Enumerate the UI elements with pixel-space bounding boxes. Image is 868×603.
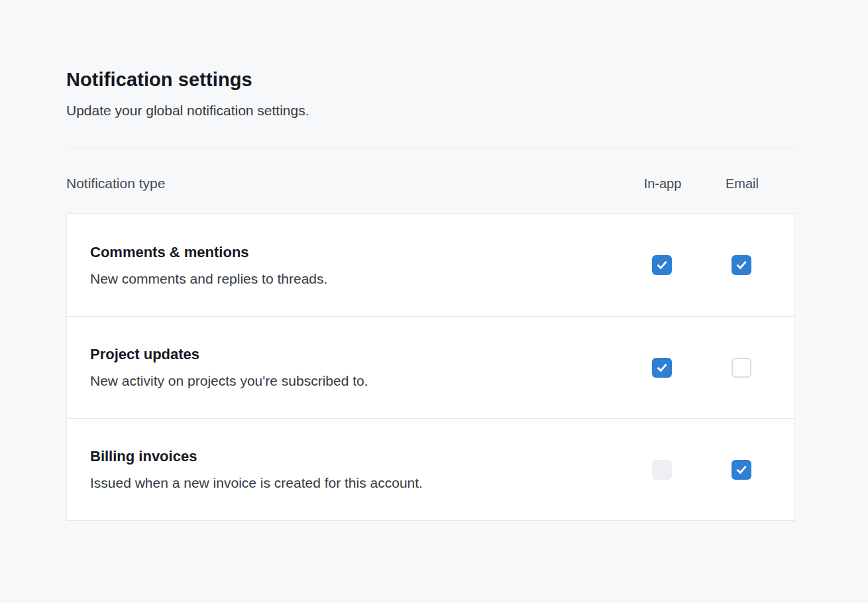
row-title: Billing invoices bbox=[90, 448, 622, 465]
row-checkbox-columns bbox=[622, 358, 781, 378]
checkmark-icon bbox=[655, 258, 669, 272]
page-title: Notification settings bbox=[66, 69, 795, 91]
row-text: Comments & mentions New comments and rep… bbox=[90, 244, 622, 287]
checkbox-in-app[interactable] bbox=[652, 358, 672, 378]
table-header: Notification type In-app Email bbox=[66, 176, 795, 192]
notification-row: Comments & mentions New comments and rep… bbox=[67, 214, 794, 316]
row-description: New activity on projects you're subscrib… bbox=[90, 373, 622, 389]
notification-rows: Comments & mentions New comments and rep… bbox=[66, 213, 795, 521]
row-title: Comments & mentions bbox=[90, 244, 622, 261]
column-headers: In-app Email bbox=[623, 176, 782, 192]
checkbox-in-app[interactable] bbox=[652, 255, 672, 275]
section-divider bbox=[66, 148, 795, 148]
checkbox-email[interactable] bbox=[732, 255, 751, 275]
notification-row: Billing invoices Issued when a new invoi… bbox=[67, 418, 794, 520]
row-description: New comments and replies to threads. bbox=[90, 271, 622, 287]
checkbox-email[interactable] bbox=[732, 460, 751, 480]
notification-settings-page: Notification settings Update your global… bbox=[66, 0, 795, 521]
checkbox-email[interactable] bbox=[732, 358, 751, 378]
checkmark-icon bbox=[655, 361, 669, 374]
row-text: Billing invoices Issued when a new invoi… bbox=[90, 448, 622, 491]
column-header-in-app: In-app bbox=[623, 176, 702, 192]
row-text: Project updates New activity on projects… bbox=[90, 346, 622, 389]
notification-row: Project updates New activity on projects… bbox=[67, 316, 794, 418]
row-title: Project updates bbox=[90, 346, 622, 363]
checkbox-in-app bbox=[652, 460, 672, 480]
column-header-email: Email bbox=[702, 176, 782, 192]
checkmark-icon bbox=[735, 258, 748, 272]
row-checkbox-columns bbox=[622, 460, 781, 480]
checkmark-icon bbox=[735, 463, 748, 476]
row-checkbox-columns bbox=[622, 255, 781, 275]
row-description: Issued when a new invoice is created for… bbox=[90, 475, 622, 491]
column-header-notification-type: Notification type bbox=[66, 176, 623, 192]
page-subtitle: Update your global notification settings… bbox=[66, 103, 795, 119]
